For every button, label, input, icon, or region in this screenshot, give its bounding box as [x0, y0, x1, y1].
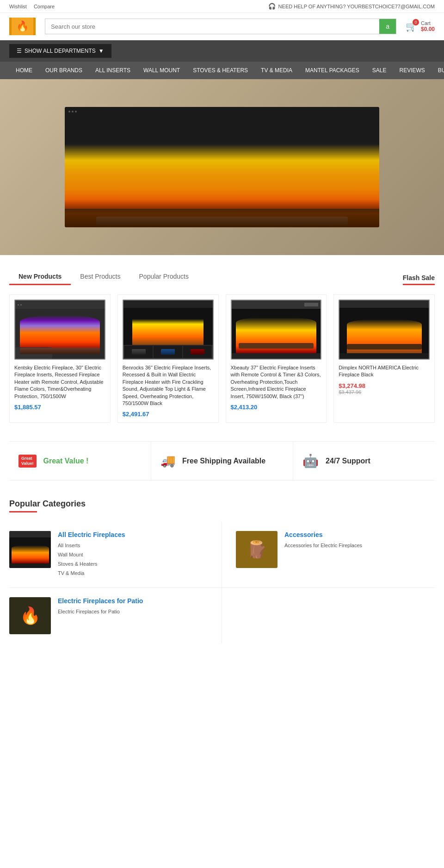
- nav-mantel-packages[interactable]: MANTEL PACKAGES: [299, 62, 366, 79]
- wishlist-link[interactable]: Wishlist: [9, 4, 27, 9]
- product-price-3: $2,413.20: [231, 404, 322, 411]
- product-card-3[interactable]: Xbeauty 37" Electric Fireplace Inserts w…: [226, 294, 327, 423]
- product-img-2: [123, 300, 214, 360]
- value-prop-free-shipping: 🚚 Free Shipping Available: [151, 442, 293, 480]
- category-subs-patio: Electric Fireplaces for Patio: [58, 607, 143, 617]
- dept-bar: ☰ SHOW ALL DEPARTMENTS ▼: [0, 40, 444, 62]
- top-bar-links: Wishlist Compare: [9, 4, 55, 9]
- value-prop-great-value: GreatValue! Great Value !: [9, 442, 151, 480]
- cat-sub-item-accessories-for-electric: Accessories for Electric Fireplaces: [284, 541, 362, 550]
- fp-dot-1: [68, 111, 70, 112]
- category-img-all-electric: [9, 531, 51, 568]
- nav-our-brands[interactable]: OUR BRANDS: [39, 62, 89, 79]
- tab-new-products[interactable]: New Products: [9, 269, 71, 285]
- hero-background: [0, 79, 444, 255]
- headset-icon: 🎧: [268, 3, 276, 10]
- fp-dot-3: [75, 111, 77, 112]
- category-item-accessories[interactable]: 🪵 Accessories Accessories for Electric F…: [222, 522, 435, 587]
- category-item-all-electric[interactable]: All Electric Fireplaces All Inserts Wall…: [9, 522, 222, 587]
- nav-buying-guide[interactable]: BUYING GUIDE: [432, 62, 444, 79]
- compare-link[interactable]: Compare: [34, 4, 55, 9]
- flash-sale-label: Flash Sale: [403, 274, 435, 285]
- tab-popular-products[interactable]: Popular Products: [130, 269, 198, 285]
- product-title-2: Benrocks 36" Electric Fireplace Inserts,…: [123, 364, 214, 407]
- value-props-section: GreatValue! Great Value ! 🚚 Free Shippin…: [9, 441, 435, 481]
- header: 🔥 a 🛒 0 Cart $0.00: [0, 13, 444, 40]
- category-content-accessories: Accessories Accessories for Electric Fir…: [284, 531, 362, 550]
- log-layer: [96, 217, 348, 225]
- top-bar: Wishlist Compare 🎧 NEED HELP OF ANYTHING…: [0, 0, 444, 13]
- support-icon: 🤖: [302, 453, 319, 468]
- logo[interactable]: 🔥: [9, 18, 36, 35]
- categories-grid: All Electric Fireplaces All Inserts Wall…: [9, 522, 435, 643]
- cat-sub-item-wall-mount: Wall Mount: [58, 550, 125, 560]
- cat-sub-item-patio-fp: Electric Fireplaces for Patio: [58, 607, 143, 617]
- product-card-2[interactable]: Benrocks 36" Electric Fireplace Inserts,…: [117, 294, 219, 423]
- fireplace-top-strip: [65, 107, 379, 116]
- great-value-label: Great Value !: [43, 457, 89, 465]
- products-section: New Products Best Products Popular Produ…: [0, 255, 444, 432]
- search-button[interactable]: a: [379, 19, 396, 34]
- main-nav: HOME OUR BRANDS ALL INSERTS WALL MOUNT S…: [0, 62, 444, 79]
- search-input[interactable]: [45, 19, 379, 34]
- nav-tv-media[interactable]: TV & MEDIA: [254, 62, 299, 79]
- chevron-down-icon: ▼: [99, 48, 104, 54]
- cat-sub-item-all-inserts: All Inserts: [58, 541, 125, 550]
- nav-reviews[interactable]: REVIEWS: [393, 62, 432, 79]
- product-img-3: [231, 300, 322, 360]
- product-img-4: [339, 300, 430, 360]
- nav-home[interactable]: HOME: [9, 62, 39, 79]
- help-text: NEED HELP OF ANYTHING? YOURBESTCHOICE77@…: [278, 4, 435, 9]
- search-bar: a: [45, 19, 396, 34]
- category-img-accessories: 🪵: [236, 531, 278, 568]
- product-card-4[interactable]: -4% Dimplex NORTH AMERICA Electric Firep…: [333, 294, 435, 423]
- value-prop-support: 🤖 24/7 Support: [293, 442, 435, 480]
- nav-sale[interactable]: SALE: [366, 62, 393, 79]
- category-content-all-electric: All Electric Fireplaces All Inserts Wall…: [58, 531, 125, 578]
- cart-area[interactable]: 🛒 0 Cart $0.00: [406, 20, 435, 32]
- nav-wall-mount[interactable]: WALL MOUNT: [137, 62, 186, 79]
- menu-icon: ☰: [17, 48, 22, 54]
- product-card-1[interactable]: Kentsky Electric Fireplace, 30" Electric…: [9, 294, 111, 423]
- product-tabs: New Products Best Products Popular Produ…: [9, 269, 435, 285]
- section-title: Popular Categories: [9, 499, 435, 509]
- free-shipping-icon: 🚚: [160, 454, 175, 468]
- cart-badge: 0: [413, 19, 419, 25]
- show-all-departments-button[interactable]: ☰ SHOW ALL DEPARTMENTS ▼: [9, 44, 111, 58]
- great-value-icon: GreatValue!: [18, 455, 37, 468]
- free-shipping-label: Free Shipping Available: [182, 457, 265, 465]
- cart-icon[interactable]: 🛒 0: [406, 21, 417, 32]
- section-underline: [9, 511, 37, 512]
- category-title-accessories[interactable]: Accessories: [284, 531, 362, 538]
- category-img-patio: 🔥: [9, 597, 51, 634]
- fireplace-visual: [65, 107, 379, 227]
- category-subs-accessories: Accessories for Electric Fireplaces: [284, 541, 362, 550]
- product-price-flash: $3,274.98 $3,437.96: [339, 382, 430, 395]
- category-subs-all-electric: All Inserts Wall Mount Stoves & Heaters …: [58, 541, 125, 578]
- category-title-patio[interactable]: Electric Fireplaces for Patio: [58, 597, 143, 605]
- product-price-2: $2,491.67: [123, 411, 214, 418]
- category-title-all-electric[interactable]: All Electric Fireplaces: [58, 531, 125, 538]
- cat-sub-item-tv-media: TV & Media: [58, 569, 125, 578]
- product-title-3: Xbeauty 37" Electric Fireplace Inserts w…: [231, 364, 322, 400]
- tab-best-products[interactable]: Best Products: [71, 269, 130, 285]
- cart-label: Cart: [421, 20, 435, 26]
- nav-all-inserts[interactable]: ALL INSERTS: [89, 62, 137, 79]
- cart-amount: $0.00: [421, 26, 435, 32]
- nav-stoves-heaters[interactable]: STOVES & HEATERS: [186, 62, 254, 79]
- flames-layer: [65, 144, 379, 209]
- popular-categories-section: Popular Categories All Electric Fireplac…: [0, 490, 444, 662]
- products-grid: Kentsky Electric Fireplace, 30" Electric…: [9, 294, 435, 423]
- product-img-1: [14, 300, 105, 360]
- category-content-patio: Electric Fireplaces for Patio Electric F…: [58, 597, 143, 617]
- fp-dot-2: [72, 111, 74, 112]
- logo-icon: 🔥: [16, 20, 29, 32]
- old-price: $3,437.96: [339, 389, 430, 395]
- product-price-1: $1,885.57: [14, 404, 105, 411]
- support-label: 24/7 Support: [326, 457, 370, 465]
- cart-info[interactable]: Cart $0.00: [421, 20, 435, 32]
- category-item-patio[interactable]: 🔥 Electric Fireplaces for Patio Electric…: [9, 588, 222, 643]
- product-title-1: Kentsky Electric Fireplace, 30" Electric…: [14, 364, 105, 400]
- cat-sub-item-stoves-heaters: Stoves & Heaters: [58, 560, 125, 569]
- hero-banner: [0, 79, 444, 255]
